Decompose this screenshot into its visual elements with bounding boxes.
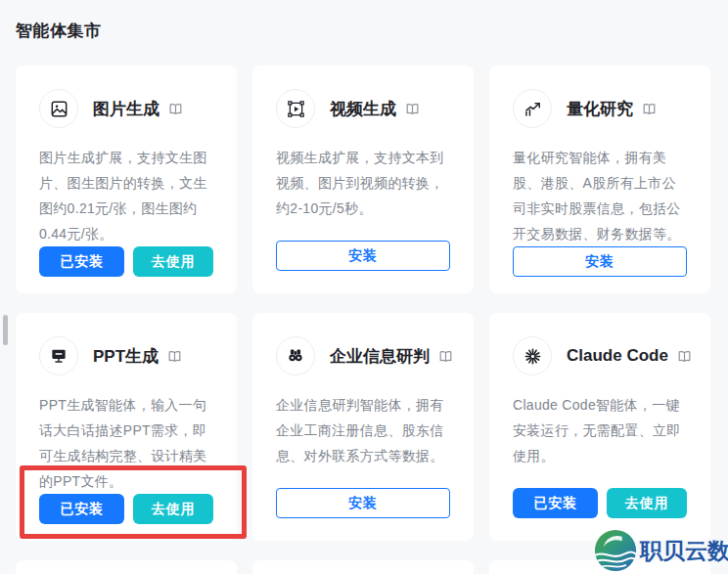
agent-icon-circle — [39, 89, 78, 128]
page-title: 智能体集市 — [16, 20, 102, 42]
card-header: PPT生成 — [39, 336, 213, 375]
docs-book-icon[interactable] — [404, 101, 421, 117]
agent-icon-circle — [276, 336, 315, 375]
agent-card-title: PPT生成 — [93, 345, 159, 368]
agent-card-description: 企业信息研判智能体，拥有企业工商注册信息、股东信息、对外联系方式等数据。 — [276, 392, 450, 468]
agent-icon-circle — [276, 89, 315, 128]
claude-starburst-icon — [523, 347, 542, 366]
trend-chart-icon — [523, 99, 543, 119]
card-actions: 安装 — [276, 241, 450, 271]
use-button[interactable]: 去使用 — [133, 246, 213, 277]
agent-card-video-generation: 视频生成 视频生成扩展，支持文本到视频、图片到视频的转换，约2-10元/5秒。 … — [252, 66, 474, 293]
agent-icon-circle — [513, 336, 552, 375]
install-button[interactable]: 安装 — [276, 488, 450, 518]
card-actions: 已安装去使用 — [39, 246, 213, 277]
agent-icon-circle — [39, 336, 78, 375]
card-actions: 已安装去使用 — [39, 494, 213, 524]
installed-button[interactable]: 已安装 — [39, 246, 124, 277]
partial-card — [252, 560, 474, 574]
card-header: 量化研究 — [513, 89, 687, 128]
card-header: 图片生成 — [39, 89, 213, 128]
agent-card-title: 图片生成 — [93, 98, 159, 120]
agent-card-description: 量化研究智能体，拥有美股、港股、A股所有上市公司非实时股票信息，包括公开交易数据… — [513, 145, 687, 246]
install-button[interactable]: 安装 — [276, 241, 450, 271]
use-button[interactable]: 去使用 — [607, 488, 687, 518]
agent-card-title: 量化研究 — [567, 98, 633, 120]
agent-card-enterprise-info: 企业信息研判 企业信息研判智能体，拥有企业工商注册信息、股东信息、对外联系方式等… — [252, 313, 474, 541]
cards-grid: 图片生成 图片生成扩展，支持文生图片、图生图片的转换，文生图约0.21元/张，图… — [16, 66, 710, 574]
zhibei-globe-logo-icon — [593, 528, 638, 573]
card-header: 视频生成 — [276, 89, 450, 128]
card-actions: 安装 — [276, 488, 450, 518]
docs-book-icon[interactable] — [676, 348, 693, 365]
card-actions: 安装 — [513, 246, 687, 277]
scrollbar-thumb[interactable] — [3, 315, 8, 345]
agent-card-description: Claude Code智能体，一键安装运行，无需配置、立即使用。 — [513, 392, 687, 468]
brand-name: 职贝云数 — [640, 536, 728, 566]
docs-book-icon[interactable] — [641, 101, 658, 117]
card-actions: 已安装去使用 — [513, 488, 687, 518]
docs-book-icon[interactable] — [167, 101, 184, 117]
card-header: Claude Code — [513, 336, 687, 375]
partial-card — [16, 560, 237, 574]
agent-card-image-generation: 图片生成 图片生成扩展，支持文生图片、图生图片的转换，文生图约0.21元/张，图… — [16, 66, 237, 293]
agent-card-title: 企业信息研判 — [330, 345, 430, 368]
video-icon — [286, 99, 306, 119]
docs-book-icon[interactable] — [437, 348, 454, 365]
agent-card-title: Claude Code — [567, 346, 668, 366]
agent-card-quant-research: 量化研究 量化研究智能体，拥有美股、港股、A股所有上市公司非实时股票信息，包括公… — [489, 66, 710, 293]
image-icon — [49, 99, 69, 119]
installed-button[interactable]: 已安装 — [39, 494, 124, 524]
binoculars-icon — [286, 346, 305, 366]
use-button[interactable]: 去使用 — [133, 494, 213, 524]
agent-card-description: 视频生成扩展，支持文本到视频、图片到视频的转换，约2-10元/5秒。 — [276, 145, 450, 221]
installed-button[interactable]: 已安装 — [513, 488, 598, 518]
agent-card-title: 视频生成 — [330, 98, 396, 120]
docs-book-icon[interactable] — [166, 348, 183, 365]
presentation-icon — [49, 346, 68, 366]
agent-card-description: PPT生成智能体，输入一句话大白话描述PPT需求，即可生成结构完整、设计精美的P… — [39, 392, 213, 494]
agent-card-claude-code: Claude Code Claude Code智能体，一键安装运行，无需配置、立… — [489, 313, 710, 541]
brand-watermark: 职贝云数 — [593, 528, 728, 573]
agent-card-ppt-generation: PPT生成 PPT生成智能体，输入一句话大白话描述PPT需求，即可生成结构完整、… — [16, 313, 237, 541]
agent-icon-circle — [513, 89, 552, 128]
agent-card-description: 图片生成扩展，支持文生图片、图生图片的转换，文生图约0.21元/张，图生图约0.… — [39, 145, 213, 246]
card-header: 企业信息研判 — [276, 336, 450, 375]
install-button[interactable]: 安装 — [513, 246, 687, 277]
